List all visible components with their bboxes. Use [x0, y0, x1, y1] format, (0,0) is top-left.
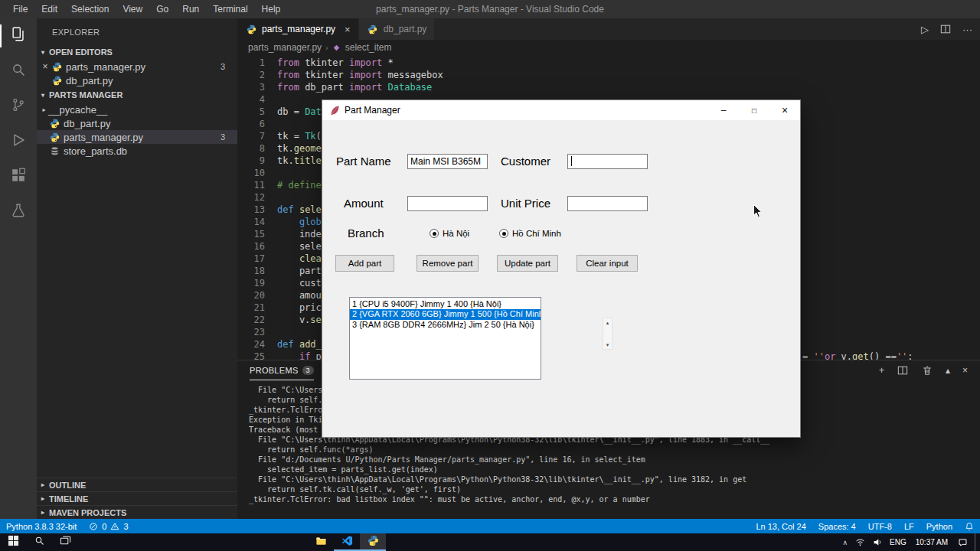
- file-name: db_part.py: [66, 75, 113, 86]
- line-number: 7: [237, 130, 265, 142]
- menu-view[interactable]: View: [116, 0, 149, 18]
- code-text: from tkinter import *: [277, 57, 394, 69]
- trash-icon[interactable]: [921, 364, 933, 377]
- python-interpreter-status[interactable]: Python 3.8.3 32-bit: [0, 522, 83, 531]
- scroll-down-icon[interactable]: ▾: [606, 341, 609, 349]
- listbox-item[interactable]: 3 {RAM 8GB DDR4 2666MHz} Jim 2 50 {Hà Nộ…: [350, 320, 541, 330]
- menu-selection[interactable]: Selection: [64, 0, 116, 18]
- tab-db-part[interactable]: db_part.py: [359, 18, 436, 40]
- new-terminal-icon[interactable]: +: [879, 365, 884, 376]
- close-icon[interactable]: ×: [345, 24, 351, 35]
- minimize-button[interactable]: –: [708, 100, 739, 120]
- run-debug-icon[interactable]: [0, 124, 37, 159]
- problems-status[interactable]: 0 3: [83, 522, 134, 531]
- code-text: tk = Tk(): [277, 130, 327, 142]
- open-editor-item[interactable]: db_part.py: [37, 73, 237, 87]
- menu-help[interactable]: Help: [255, 0, 288, 18]
- section-timeline[interactable]: ▸TIMELINE: [37, 491, 237, 505]
- hidden-icons-chevron[interactable]: ∧: [842, 539, 848, 546]
- menu-run[interactable]: Run: [175, 0, 206, 18]
- add-part-button[interactable]: Add part: [335, 255, 394, 272]
- clock[interactable]: 10:37 AM: [913, 538, 950, 546]
- remove-part-button[interactable]: Remove part: [416, 255, 479, 272]
- breadcrumb-file[interactable]: parts_manager.py: [248, 42, 322, 53]
- radio-ho-chi-minh[interactable]: Hồ Chí Minh: [499, 229, 561, 238]
- unit-price-input[interactable]: [567, 196, 648, 211]
- parts-listbox[interactable]: 1 {CPU i5 9400F} Jimmy 1 400 {Hà Nội}2 {…: [349, 297, 541, 380]
- testing-icon[interactable]: [0, 194, 37, 230]
- tk-window-controls: – □ ×: [708, 100, 800, 120]
- open-editors-header[interactable]: ▾ OPEN EDITORS: [37, 44, 237, 60]
- search-icon[interactable]: [0, 54, 37, 89]
- menu-file[interactable]: File: [6, 0, 34, 18]
- explorer-sidebar: EXPLORER ▾ OPEN EDITORS ×parts_manager.p…: [37, 18, 237, 519]
- status-ln[interactable]: Ln 13, Col 24: [750, 522, 812, 531]
- close-panel-icon[interactable]: ×: [962, 365, 968, 376]
- status-spaces[interactable]: Spaces: 4: [812, 522, 862, 531]
- maximize-panel-icon[interactable]: ▴: [946, 365, 950, 376]
- open-editor-item[interactable]: ×parts_manager.py3: [37, 60, 237, 73]
- extensions-icon[interactable]: [0, 159, 37, 194]
- start-button[interactable]: [0, 533, 26, 551]
- code-text: from tkinter import messagebox: [277, 69, 443, 81]
- more-actions-icon[interactable]: ···: [962, 24, 972, 35]
- amount-input[interactable]: [407, 196, 488, 211]
- maximize-button[interactable]: □: [739, 100, 769, 120]
- section-outline[interactable]: ▸OUTLINE: [37, 478, 237, 491]
- source-control-icon[interactable]: [0, 89, 37, 124]
- status-python[interactable]: Python: [920, 522, 959, 531]
- section-maven-projects[interactable]: ▸MAVEN PROJECTS: [37, 505, 237, 519]
- listbox-item[interactable]: 1 {CPU i5 9400F} Jimmy 1 400 {Hà Nội}: [350, 299, 541, 309]
- beaker-icon: [10, 202, 27, 222]
- show-desktop-button[interactable]: [975, 533, 978, 551]
- close-icon[interactable]: ×: [40, 61, 51, 72]
- tree-item[interactable]: parts_manager.py3: [37, 130, 237, 144]
- notifications-button[interactable]: [959, 522, 980, 531]
- tk-titlebar[interactable]: Part Manager – □ ×: [322, 100, 800, 120]
- panel-tab-problems[interactable]: PROBLEMS3: [250, 360, 314, 380]
- menu-terminal[interactable]: Terminal: [206, 0, 254, 18]
- tab-parts-manager[interactable]: parts_manager.py ×: [237, 18, 359, 40]
- vscode-taskbar-button[interactable]: [334, 533, 360, 551]
- update-part-button[interactable]: Update part: [497, 255, 558, 272]
- language-indicator[interactable]: ENG: [890, 538, 906, 546]
- python-app-taskbar-button[interactable]: [360, 533, 386, 551]
- explorer-icon[interactable]: [0, 18, 37, 54]
- squares-icon: [10, 167, 27, 187]
- split-terminal-icon[interactable]: [897, 364, 909, 377]
- menu-go[interactable]: Go: [149, 0, 175, 18]
- status-utf-8[interactable]: UTF-8: [862, 522, 898, 531]
- listbox-item[interactable]: 2 {VGA RTX 2060 6GB} Jimmy 1 500 {Hồ Chí…: [350, 309, 541, 319]
- run-file-icon[interactable]: ▷: [921, 24, 929, 35]
- part-name-label: Part Name: [336, 155, 391, 168]
- tree-item[interactable]: db_part.py: [37, 116, 237, 130]
- network-icon[interactable]: [854, 537, 865, 548]
- split-editor-icon[interactable]: [939, 23, 952, 35]
- line-number: 18: [237, 265, 265, 277]
- listbox-scrollbar[interactable]: ▴ ▾: [603, 318, 612, 350]
- volume-icon[interactable]: [872, 537, 883, 548]
- menu-edit[interactable]: Edit: [34, 0, 64, 18]
- file-explorer-button[interactable]: [308, 533, 334, 551]
- tree-item[interactable]: ▸__pycache__: [37, 103, 237, 116]
- taskbar-search-button[interactable]: [26, 533, 52, 551]
- problems-badge: 3: [220, 62, 225, 71]
- windows-logo-icon: [8, 535, 19, 549]
- code-token: or: [825, 351, 835, 360]
- close-button[interactable]: ×: [769, 100, 800, 120]
- clear-input-button[interactable]: Clear input: [577, 255, 638, 272]
- radio-ha-noi[interactable]: Hà Nội: [430, 229, 469, 238]
- scroll-up-icon[interactable]: ▴: [606, 318, 609, 327]
- tree-item[interactable]: store_parts.db: [37, 144, 237, 158]
- status-lf[interactable]: LF: [898, 522, 920, 531]
- code-text: def add_i: [277, 338, 327, 350]
- amount-label: Amount: [344, 197, 384, 210]
- line-number: 22: [237, 314, 265, 326]
- panel-action-icons: + ▴ ×: [879, 360, 968, 380]
- action-center-icon[interactable]: [957, 537, 968, 548]
- task-view-button[interactable]: [52, 533, 78, 551]
- customer-input[interactable]: [567, 154, 648, 169]
- breadcrumb-symbol[interactable]: select_item: [345, 42, 392, 53]
- project-header[interactable]: ▾ PARTS MANAGER: [37, 87, 237, 103]
- part-name-input[interactable]: [407, 154, 488, 169]
